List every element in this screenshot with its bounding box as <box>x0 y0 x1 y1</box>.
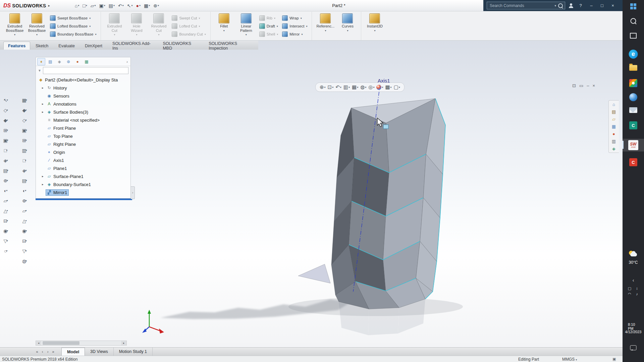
ribbon-button[interactable]: Referenc... <box>314 12 336 40</box>
manager-tab[interactable]: ◈ <box>55 58 63 65</box>
quick-access-button[interactable]: ↶ <box>117 1 125 10</box>
search-input[interactable] <box>489 3 552 8</box>
quick-access-button[interactable]: ▦ <box>143 1 151 10</box>
minimize-button[interactable]: – <box>588 3 595 8</box>
manager-tab[interactable]: ♦ <box>37 58 45 65</box>
toolbar-tool-icon[interactable]: ○ <box>1 247 10 255</box>
view-tool-icon[interactable]: ⊕ <box>320 84 326 90</box>
task-pane-icon[interactable]: ⌂ <box>612 102 615 107</box>
task-pane-icon[interactable]: ▥ <box>612 139 616 144</box>
manager-tab[interactable]: ⊕ <box>64 58 72 65</box>
toolbar-tool-icon[interactable]: ◍ <box>20 257 29 265</box>
sheet-nav-icon[interactable]: › <box>46 350 50 354</box>
toolbar-tool-icon[interactable]: ◈ <box>20 167 29 174</box>
expand-caret-icon[interactable]: ▸ <box>42 183 46 186</box>
task-view-button[interactable] <box>630 33 637 39</box>
toolbar-tool-icon[interactable]: ◈ <box>1 157 10 164</box>
tree-item-body[interactable]: ▱ Plane1 <box>46 165 68 172</box>
ribbon-button-small[interactable]: Shell <box>258 31 279 38</box>
start-button[interactable] <box>630 3 636 9</box>
document-window-button[interactable]: × <box>592 83 595 88</box>
selection-handle[interactable] <box>383 125 388 129</box>
ribbon-button-small[interactable]: Lofted Boss/Base <box>49 23 97 30</box>
ribbon-button-small[interactable]: Wrap <box>281 15 308 22</box>
toolbar-tool-icon[interactable]: ▥ <box>20 146 29 154</box>
sheet-nav-icon[interactable]: » <box>51 350 55 354</box>
toolbar-tool-icon[interactable]: ▽ <box>1 237 10 245</box>
teal-app-button[interactable]: C <box>629 121 637 129</box>
view-tool-icon[interactable]: ▢ <box>394 84 400 90</box>
ribbon-button-small[interactable]: Swept Boss/Base <box>49 15 97 22</box>
weather-temp[interactable]: 30°C <box>629 260 638 265</box>
toolbar-tool-icon[interactable]: △ <box>20 217 29 225</box>
tree-item[interactable]: ▸ ▞ Mirror1 <box>36 188 130 196</box>
toolbar-tool-icon[interactable]: ▤ <box>20 177 29 184</box>
quick-access-button[interactable]: □ <box>81 1 88 10</box>
tree-item-body[interactable]: ∕ Axis1 <box>46 157 66 164</box>
toolbar-tool-icon[interactable]: ◆ <box>1 116 10 124</box>
view-tool-icon[interactable] <box>376 85 383 90</box>
weather-widget[interactable] <box>628 251 639 257</box>
tray-icon[interactable]: ♪ <box>635 292 639 296</box>
tree-item[interactable]: ▸ ▱ Right Plane <box>36 140 130 148</box>
command-tab[interactable]: SOLIDWORKS Inspection <box>204 42 258 50</box>
toolbar-tool-icon[interactable]: □ <box>1 146 10 154</box>
tree-item-body[interactable]: ▞ Mirror1 <box>46 189 69 196</box>
tree-item-body[interactable]: ◈ Boundary-Surface1 <box>46 181 93 188</box>
ribbon-button[interactable]: Curves <box>336 12 359 40</box>
command-tab[interactable]: Sketch <box>31 42 53 50</box>
command-tab[interactable]: SOLIDWORKS Add-Ins <box>108 42 157 50</box>
quick-access-button[interactable]: ⊛ <box>152 1 160 10</box>
ribbon-button[interactable]: Revolved Cut <box>148 12 170 40</box>
logo-expand-icon[interactable]: ▸ <box>48 4 50 7</box>
view-tool-icon[interactable]: ↶ <box>335 84 341 90</box>
task-pane-icon[interactable]: ▤ <box>612 109 616 114</box>
document-window-button[interactable]: ▭ <box>579 83 583 88</box>
ribbon-button[interactable]: Instant3D <box>364 12 386 40</box>
tree-item[interactable]: ▸ ⌖ Origin <box>36 148 130 156</box>
task-pane-icon[interactable]: ▦ <box>612 124 616 129</box>
view-tool-icon[interactable]: ▥ <box>343 84 350 90</box>
tree-item-body[interactable]: ≡ Material <not specified> <box>46 117 101 123</box>
view-tool-icon[interactable]: ▩ <box>385 84 391 90</box>
view-tab[interactable]: Motion Study 1 <box>114 348 153 356</box>
tree-item[interactable]: ▸ ◈ Surface Bodies(3) <box>36 108 130 116</box>
command-search[interactable]: ▾ <box>487 2 565 9</box>
toolbar-tool-icon[interactable]: ◇ <box>20 116 29 124</box>
view-tab[interactable]: 3D Views <box>85 348 114 356</box>
status-icon[interactable]: ▣ <box>612 357 616 361</box>
ribbon-button-small[interactable]: Rib <box>258 15 279 22</box>
mail-button[interactable] <box>629 107 637 113</box>
edge-taskbar-button[interactable]: e <box>629 50 638 59</box>
tree-item-body[interactable]: ◆ Part2 (Default<<Default>_Display Sta <box>37 77 119 83</box>
tree-item-body[interactable]: ⌖ Origin <box>46 149 67 156</box>
tray-icon[interactable]: ↕ <box>635 286 639 291</box>
file-explorer-button[interactable] <box>629 65 637 71</box>
document-window-button[interactable]: – <box>587 83 589 88</box>
toolbar-tool-icon[interactable]: △ <box>1 207 10 215</box>
quick-access-button[interactable]: ↖ <box>126 1 134 10</box>
clock-time[interactable]: 8:10 PM <box>628 322 639 330</box>
tree-item[interactable]: ▸ ◆ Part2 (Default<<Default>_Display Sta <box>36 76 130 84</box>
document-window-button[interactable]: ⊡ <box>572 83 576 88</box>
expand-caret-icon[interactable]: ▸ <box>42 102 46 106</box>
clock-date[interactable]: 4/12/2023 <box>625 330 642 334</box>
toolbar-tool-icon[interactable]: ▽ <box>20 247 29 255</box>
tree-item-body[interactable]: A Annotations <box>46 101 78 107</box>
ribbon-button-small[interactable]: Boundary Cut <box>171 31 207 38</box>
search-icon[interactable] <box>558 3 563 8</box>
expand-caret-icon[interactable]: ▸ <box>42 86 46 89</box>
tree-item[interactable]: ▸ ∕ Axis1 <box>36 156 130 164</box>
tray-icon[interactable]: ▢ <box>627 286 632 291</box>
rollback-bar[interactable] <box>36 198 132 200</box>
photos-button[interactable] <box>629 79 637 87</box>
ribbon-button-small[interactable]: Mirror <box>281 31 308 38</box>
toolbar-tool-icon[interactable]: ◐ <box>20 187 29 194</box>
toolbar-tool-icon[interactable]: □ <box>20 157 29 164</box>
ribbon-button-small[interactable]: Lofted Cut <box>171 23 207 30</box>
task-pane-icon[interactable]: ▱ <box>612 117 615 122</box>
units-selector[interactable]: MMGS▾ <box>562 357 577 362</box>
tree-item-body[interactable]: ◉ Sensors <box>46 93 71 99</box>
toolbar-tool-icon[interactable]: ↖ <box>1 96 10 104</box>
maximize-button[interactable]: □ <box>598 3 606 8</box>
